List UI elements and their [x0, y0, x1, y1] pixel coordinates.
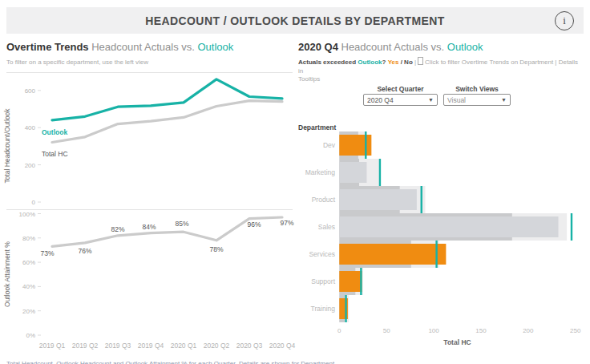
bar-sales[interactable] — [339, 216, 558, 237]
y-tick-label: 200 — [25, 162, 36, 169]
y-tick-label: 400 — [25, 124, 36, 131]
y-tick-label: 100% — [19, 211, 35, 218]
x-tick-label: 50 — [383, 327, 390, 334]
outlook-reference-line-services — [435, 241, 437, 268]
left-title-accent: Outlook — [198, 41, 234, 53]
y-axis-title: Outlook Attainment % — [3, 241, 11, 307]
data-point-label: 85% — [175, 220, 188, 228]
subtitle-pipe: | — [414, 59, 416, 66]
row-label-training: Training — [311, 305, 336, 313]
outlook-reference-line-product — [421, 186, 422, 213]
caption-clipped: Total Headcount, Outlook Headcount and O… — [6, 360, 343, 364]
data-point-label: 76% — [78, 247, 91, 255]
outlook-reference-line-dev — [365, 131, 366, 159]
row-label-services: Services — [309, 250, 335, 258]
x-tick-label: 0 — [337, 327, 341, 334]
x-tick-label: 100 — [428, 327, 439, 334]
y-tick-label: 40% — [22, 283, 35, 290]
chevron-down-icon: ▼ — [501, 97, 510, 103]
select-quarter-value: 2020 Q4 — [364, 96, 428, 104]
data-point-label: 78% — [209, 245, 223, 253]
x-tick-label: 250 — [570, 327, 581, 334]
data-point-label: 82% — [111, 225, 124, 233]
x-tick-label: 2019 Q1 — [39, 342, 66, 350]
outlook-reference-line-support — [360, 268, 362, 295]
bar-support[interactable] — [339, 271, 362, 292]
y-tick-label: 0% — [26, 332, 35, 339]
right-title-normal: Headcount Actuals vs. — [341, 41, 445, 53]
headcount-trend-chart: 0200400600Total Headcount/OutlookOutlook… — [0, 76, 297, 209]
row-label-product: Product — [312, 196, 336, 204]
series-label-total-hc: Total HC — [42, 150, 68, 158]
outlook-reference-line-marketing — [379, 159, 381, 186]
x-axis-title: Total HC — [443, 338, 471, 346]
x-tick-label: 2019 Q2 — [72, 342, 99, 350]
page-title: HEADCOUNT / OUTLOOK DETAILS BY DEPARTMEN… — [145, 14, 444, 27]
column-header-department: Department — [298, 123, 336, 131]
switch-views-value: Visual — [444, 96, 501, 104]
outlook-reference-line-training — [345, 295, 346, 322]
row-label-dev: Dev — [323, 141, 336, 149]
chevron-down-icon: ▼ — [428, 97, 437, 103]
department-bullet-chart: DepartmentDevMarketingProductSalesServic… — [297, 119, 590, 353]
x-tick-label: 2020 Q1 — [171, 342, 197, 350]
x-tick-label: 2020 Q4 — [269, 342, 296, 350]
series-label-outlook: Outlook — [42, 128, 67, 136]
data-point-label: 73% — [40, 249, 54, 257]
pane-divider-top — [6, 72, 293, 73]
subtitle-qmark: ? — [382, 59, 386, 66]
pointer-glyph-icon — [418, 57, 423, 65]
data-point-label: 97% — [280, 219, 293, 227]
left-title-normal: Headcount Actuals vs. — [91, 41, 195, 53]
subtitle-outlook: Outlook — [358, 59, 382, 66]
left-panel-subtitle: To filter on a specific department, use … — [6, 59, 148, 66]
y-axis-title: Total Headcount/Outlook — [3, 108, 11, 184]
x-tick-label: 2020 Q2 — [204, 342, 230, 350]
info-icon[interactable]: i — [555, 11, 574, 30]
left-title-bold: Overtime Trends — [6, 41, 89, 53]
data-point-label: 96% — [247, 220, 261, 229]
y-tick-label: 80% — [22, 235, 35, 242]
right-panel-subtitle: Actuals exceedeed Outlook? Yes / No |Cli… — [298, 57, 580, 84]
data-point-label: 84% — [142, 223, 156, 231]
row-label-support: Support — [311, 277, 335, 285]
subtitle-no: / No — [401, 59, 413, 66]
x-tick-label: 2019 Q3 — [105, 342, 131, 350]
subtitle-yes: Yes — [388, 59, 399, 66]
y-tick-label: 20% — [22, 308, 35, 315]
left-panel-title: Overtime Trends Headcount Actuals vs. Ou… — [6, 41, 233, 53]
row-label-marketing: Marketing — [305, 168, 336, 176]
x-tick-label: 200 — [523, 327, 534, 334]
y-tick-label: 600 — [25, 87, 36, 95]
x-tick-label: 150 — [475, 327, 487, 334]
select-quarter-dropdown[interactable]: 2020 Q4 ▼ — [363, 94, 438, 106]
right-panel-title: 2020 Q4 Headcount Actuals vs. Outlook — [298, 41, 483, 53]
row-label-sales: Sales — [318, 223, 335, 231]
header-bar: HEADCOUNT / OUTLOOK DETAILS BY DEPARTMEN… — [6, 7, 584, 34]
select-quarter-label: Select Quarter — [363, 85, 438, 93]
x-tick-label: 2020 Q3 — [236, 342, 263, 350]
y-tick-label: 60% — [22, 259, 35, 266]
subtitle-actuals-exceeded: Actuals exceedeed — [298, 59, 356, 66]
outlook-reference-line-sales — [571, 213, 572, 241]
bar-services[interactable] — [339, 244, 446, 265]
subtitle-tooltips: Tooltips — [298, 75, 320, 83]
attainment-trend-chart: 0%20%40%60%80%100%Outlook Attainment %20… — [0, 207, 297, 364]
bar-marketing[interactable] — [339, 162, 366, 183]
bar-product[interactable] — [339, 189, 417, 210]
switch-views-dropdown[interactable]: Visual ▼ — [443, 94, 511, 106]
trend-line-total-hc — [52, 101, 282, 143]
right-title-bold: 2020 Q4 — [298, 41, 338, 53]
right-title-accent: Outlook — [447, 41, 483, 53]
y-tick-label: 0 — [32, 199, 36, 206]
switch-views-label: Switch Views — [443, 85, 511, 93]
x-tick-label: 2019 Q4 — [138, 342, 164, 350]
